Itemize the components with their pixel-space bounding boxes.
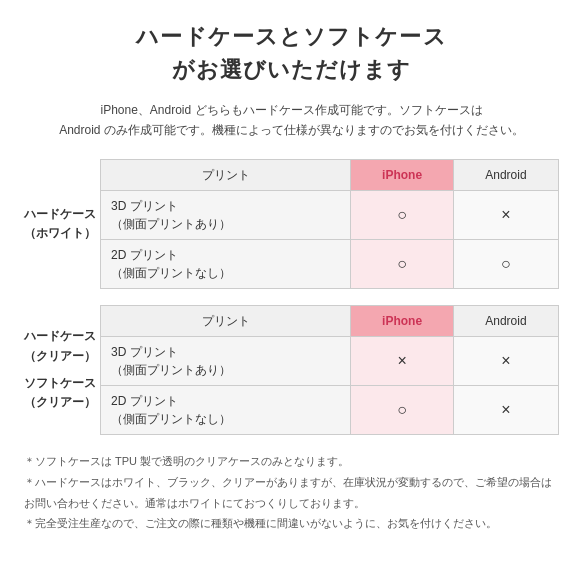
table1: プリント iPhone Android 3D プリント （側面プリントあり）○×… — [100, 159, 559, 289]
table-cell: × — [453, 385, 558, 434]
page-title: ハードケースとソフトケース がお選びいただけます — [24, 20, 559, 86]
table-cell: ○ — [351, 190, 454, 239]
table2-col-android: Android — [453, 305, 558, 336]
note-item: ソフトケースは TPU 製で透明のクリアケースのみとなります。 — [24, 451, 559, 472]
table-cell: ○ — [351, 385, 454, 434]
note-item: ハードケースはホワイト、ブラック、クリアーがありますが、在庫状況が変動するので、… — [24, 472, 559, 514]
table-cell: 3D プリント （側面プリントあり） — [101, 336, 351, 385]
subtitle-text: iPhone、Android どちらもハードケース作成可能です。ソフトケースは … — [24, 100, 559, 141]
table-cell: × — [453, 190, 558, 239]
table-cell: 3D プリント （側面プリントあり） — [101, 190, 351, 239]
table1-wrapper: ハードケース （ホワイト） プリント iPhone Android 3D プリン… — [24, 159, 559, 289]
table1-col-android: Android — [453, 159, 558, 190]
table2-wrapper: ハードケース （クリアー） ソフトケース （クリアー） プリント iPhone … — [24, 305, 559, 435]
note-item: 完全受注生産なので、ご注文の際に種類や機種に間違いがないように、お気を付けくださ… — [24, 513, 559, 534]
table2-row-label: ハードケース （クリアー） ソフトケース （クリアー） — [24, 305, 100, 435]
table-cell: ○ — [351, 239, 454, 288]
table-cell: ○ — [453, 239, 558, 288]
table1-col-iphone: iPhone — [351, 159, 454, 190]
table-cell: × — [351, 336, 454, 385]
table-cell: × — [453, 336, 558, 385]
table-cell: 2D プリント （側面プリントなし） — [101, 385, 351, 434]
notes-section: ソフトケースは TPU 製で透明のクリアケースのみとなります。ハードケースはホワ… — [24, 451, 559, 535]
table2-col-print: プリント — [101, 305, 351, 336]
table-cell: 2D プリント （側面プリントなし） — [101, 239, 351, 288]
table1-col-print: プリント — [101, 159, 351, 190]
table1-row-label: ハードケース （ホワイト） — [24, 159, 100, 289]
table2-col-iphone: iPhone — [351, 305, 454, 336]
table2: プリント iPhone Android 3D プリント （側面プリントあり）××… — [100, 305, 559, 435]
